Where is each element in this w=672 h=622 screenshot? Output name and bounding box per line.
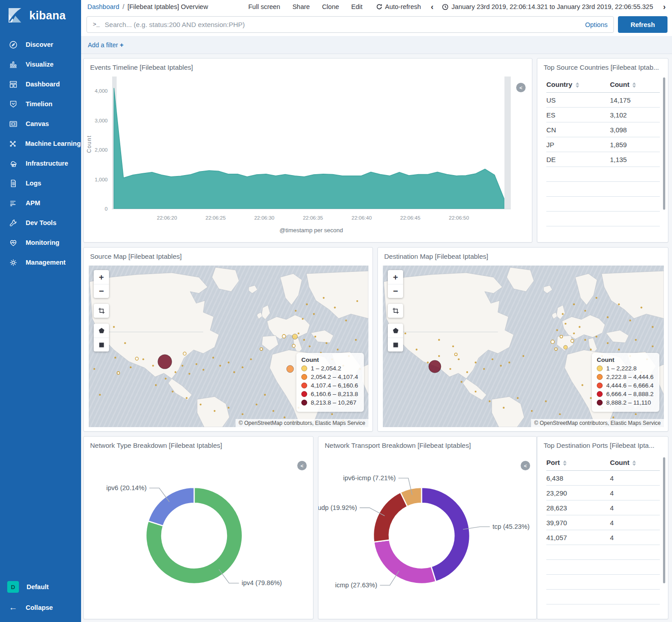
options-link[interactable]: Options: [585, 21, 608, 28]
panel-legend-toggle-icon[interactable]: <: [521, 461, 530, 470]
map-ring-dot: [571, 339, 574, 343]
kibana-logo[interactable]: kibana: [0, 0, 81, 35]
column-header-count[interactable]: Count: [610, 455, 660, 471]
panel-legend-toggle-icon[interactable]: <: [297, 461, 307, 470]
zoom-out-button[interactable]: −: [94, 284, 109, 298]
rect-tool-button[interactable]: [94, 338, 109, 352]
pie-slice-ipv6[interactable]: [148, 487, 194, 526]
events-timeline-chart[interactable]: 01,0002,0003,0004,00022:06:2022:06:2522:…: [84, 73, 527, 239]
zoom-in-button[interactable]: +: [388, 270, 403, 284]
zoom-in-button[interactable]: +: [94, 270, 109, 284]
breadcrumb-separator: /: [123, 3, 124, 10]
map-dot: [607, 316, 608, 318]
source-map-canvas[interactable]: + − Count 1 – 2,054.22,054.2 –: [89, 266, 368, 427]
sidebar-item-timelion[interactable]: Timelion: [0, 94, 81, 114]
polygon-tool-button[interactable]: [388, 324, 403, 338]
auto-refresh-button[interactable]: Auto-refresh: [376, 3, 421, 10]
sidebar-bottom: D Default ← Collapse: [0, 576, 81, 622]
dev-tools-icon: [8, 218, 18, 228]
map-dot: [302, 318, 304, 320]
column-header-country[interactable]: Country: [546, 77, 610, 93]
apm-icon: [8, 198, 18, 208]
search-input[interactable]: [105, 21, 580, 28]
logs-icon: [8, 178, 18, 188]
sidebar-item-dev-tools[interactable]: Dev Tools: [0, 213, 81, 233]
time-forward-button[interactable]: ›: [663, 3, 666, 11]
space-badge: D: [7, 581, 19, 593]
infrastructure-icon: [8, 158, 18, 168]
table-cell: 4: [610, 486, 660, 500]
table-row-empty: [546, 212, 660, 226]
filter-bar: Add a filter+: [81, 36, 672, 54]
svg-text:2,000: 2,000: [95, 147, 108, 153]
map-dot: [227, 361, 229, 363]
sidebar-item-apm[interactable]: APM: [0, 193, 81, 213]
panel-title: Network Type Breakdown [Filebeat Iptable…: [84, 437, 313, 451]
sidebar-item-label: Logs: [26, 180, 41, 187]
map-dot: [345, 320, 347, 321]
map-dot: [565, 323, 567, 325]
sidebar-item-discover[interactable]: Discover: [0, 35, 81, 54]
scrollbar[interactable]: [663, 457, 665, 583]
map-dot: [635, 339, 637, 341]
legend-label: 2,222.8 – 4,444.6: [606, 374, 654, 380]
sidebar-item-logs[interactable]: Logs: [0, 173, 81, 193]
square-icon: [98, 342, 105, 348]
map-dot: [314, 336, 316, 338]
sidebar-item-canvas[interactable]: Canvas: [0, 114, 81, 134]
time-back-button[interactable]: ‹: [431, 3, 434, 11]
legend-item: 6,160.6 – 8,213.8: [301, 391, 358, 397]
table-cell: 4: [610, 500, 660, 515]
table-row-empty: [546, 182, 660, 197]
discover-icon: [8, 40, 18, 50]
map-dot: [475, 361, 477, 363]
rect-tool-button[interactable]: [388, 338, 403, 352]
crop-icon: [98, 307, 105, 314]
pie-slice-udp[interactable]: [373, 492, 407, 542]
map-dot: [522, 355, 524, 357]
refresh-button[interactable]: Refresh: [618, 16, 667, 33]
map-controls: + −: [94, 270, 109, 352]
sidebar-item-infrastructure[interactable]: Infrastructure: [0, 153, 81, 173]
sidebar-item-dashboard[interactable]: Dashboard: [0, 74, 81, 94]
time-range-picker[interactable]: January 23rd 2019, 22:06:14.321 to Janua…: [442, 3, 653, 10]
table-row-empty: [546, 590, 660, 604]
share-button[interactable]: Share: [292, 3, 310, 10]
crop-tool-button[interactable]: [388, 304, 403, 318]
edit-button[interactable]: Edit: [351, 3, 363, 10]
breadcrumb-current: [Filebeat Iptables] Overview: [127, 3, 208, 10]
sidebar-item-management[interactable]: Management: [0, 252, 81, 272]
scrollbar[interactable]: [663, 77, 665, 210]
search-box[interactable]: >_ Options: [86, 16, 614, 33]
sidebar-item-label: Dashboard: [26, 81, 60, 88]
pie-slice-icmp[interactable]: [374, 540, 436, 584]
full-screen-button[interactable]: Full screen: [248, 3, 280, 10]
table-cell: 3,102: [610, 108, 660, 122]
column-header-port[interactable]: Port: [546, 455, 610, 471]
map-legend: Count 1 – 2,222.82,222.8 – 4,444.64,444.…: [592, 353, 659, 412]
polygon-tool-button[interactable]: [94, 324, 109, 338]
machine-learning-icon: [8, 139, 18, 149]
map-dot: [613, 416, 614, 418]
area-series[interactable]: [114, 88, 504, 209]
table-row: 6,4384: [546, 471, 660, 486]
panel-legend-toggle-icon[interactable]: <: [516, 83, 526, 92]
sort-icon: [632, 460, 636, 466]
svg-text:3,000: 3,000: [95, 118, 108, 123]
sidebar-item-collapse[interactable]: ← Collapse: [0, 598, 81, 617]
zoom-out-button[interactable]: −: [388, 284, 403, 298]
sidebar-item-visualize[interactable]: Visualize: [0, 54, 81, 74]
sidebar-item-monitoring[interactable]: Monitoring: [0, 233, 81, 252]
clone-button[interactable]: Clone: [322, 3, 339, 10]
legend-color-dot: [301, 400, 307, 406]
panel-title: Destination Map [Filebeat Iptables]: [378, 248, 668, 262]
column-header-count[interactable]: Count: [610, 77, 660, 93]
add-filter-link[interactable]: Add a filter+: [88, 41, 123, 49]
svg-text:22:06:50: 22:06:50: [449, 215, 469, 221]
sidebar-item-default-space[interactable]: D Default: [0, 576, 81, 598]
destination-map-canvas[interactable]: + − Count 1 – 2,222.82,222.8 –: [383, 266, 664, 427]
canvas-icon: [8, 119, 18, 129]
breadcrumb-dashboard-link[interactable]: Dashboard: [87, 3, 119, 10]
sidebar-item-machine-learning[interactable]: Machine Learning: [0, 134, 81, 153]
crop-tool-button[interactable]: [94, 304, 109, 318]
